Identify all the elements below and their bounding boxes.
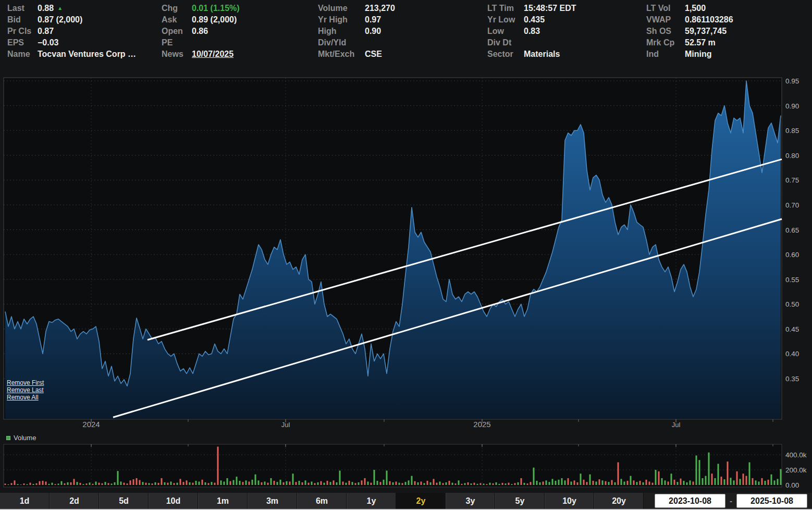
svg-text:0.55: 0.55 [785, 276, 799, 284]
news-date-link[interactable]: 10/07/2025 [192, 50, 233, 59]
quote-row-yrlow: Yr Low 0.435 [487, 14, 576, 26]
last-value: 0.88 [38, 4, 54, 13]
quote-row-mktexch: Mkt/Exch CSE [318, 48, 395, 60]
quote-row-prcls: Pr Cls 0.87 [7, 26, 136, 37]
date-separator: - [730, 496, 732, 505]
svg-text:200.0k: 200.0k [785, 466, 807, 474]
mktexch-label: Mkt/Exch [318, 50, 365, 59]
eps-label: EPS [7, 38, 38, 47]
quote-row-name: Name Tocvan Ventures Corp … [7, 48, 136, 60]
range-button-1m[interactable]: 1m [198, 493, 248, 509]
range-button-2d[interactable]: 2d [50, 493, 99, 509]
range-button-5d[interactable]: 5d [99, 493, 149, 509]
range-button-6m[interactable]: 6m [297, 493, 347, 509]
range-button-10y[interactable]: 10y [545, 493, 594, 509]
quote-row-divyld: Div/Yld [318, 37, 395, 48]
chart-canvas[interactable]: 0.950.900.850.800.750.700.650.600.550.50… [0, 0, 812, 492]
volume-label: Volume [318, 4, 365, 13]
range-button-5y[interactable]: 5y [495, 493, 545, 509]
volume-legend-swatch-icon [6, 436, 10, 440]
quote-row-high: High 0.90 [318, 26, 395, 37]
quote-row-lttim: LT Tim 15:48:57 EDT [487, 3, 576, 14]
volume-legend-label: Volume [14, 434, 36, 442]
svg-text:0.95: 0.95 [785, 77, 799, 85]
bid-value: 0.87 (2,000) [38, 15, 82, 25]
svg-text:0.85: 0.85 [785, 127, 799, 135]
range-button-20y[interactable]: 20y [594, 493, 644, 509]
remove-last-link[interactable]: Remove Last [7, 386, 44, 394]
range-button-1d[interactable]: 1d [0, 493, 50, 509]
trading-app-window: 0.950.900.850.800.750.700.650.600.550.50… [0, 0, 812, 510]
ltvol-label: LT Vol [646, 4, 685, 13]
mrkcp-label: Mrk Cp [646, 38, 685, 47]
quote-column-4: LT Tim 15:48:57 EDT Yr Low 0.435 Low 0.8… [487, 3, 576, 60]
ask-value: 0.89 (2,000) [192, 15, 237, 25]
vwap-label: VWAP [646, 15, 685, 25]
svg-text:0.40: 0.40 [785, 350, 799, 358]
quote-row-low: Low 0.83 [487, 26, 576, 37]
high-value: 0.90 [365, 27, 381, 36]
quote-row-bid: Bid 0.87 (2,000) [7, 14, 136, 26]
quote-column-2: Chg 0.01 (1.15%) Ask 0.89 (2,000) Open 0… [162, 3, 240, 60]
quote-column-3: Volume 213,270 Yr High 0.97 High 0.90 Di… [318, 3, 395, 60]
range-toolbar: 1d 2d 5d 10d 1m 3m 6m 1y 2y 3y 5y 10y 20… [0, 493, 812, 509]
quote-row-sector: Sector Materials [487, 48, 576, 60]
quote-row-pe: PE [162, 37, 240, 48]
quote-row-mrkcp: Mrk Cp 52.57 m [646, 37, 733, 48]
svg-text:0.60: 0.60 [785, 251, 799, 259]
pe-label: PE [162, 38, 192, 47]
ltvol-value: 1,500 [685, 4, 706, 13]
range-button-2y[interactable]: 2y [396, 493, 446, 509]
remove-first-link[interactable]: Remove First [7, 379, 44, 386]
shos-value: 59,737,745 [685, 27, 727, 36]
svg-text:0.80: 0.80 [785, 152, 799, 160]
divdt-label: Div Dt [487, 38, 524, 47]
up-arrow-icon: ▲ [57, 6, 63, 11]
remove-all-link[interactable]: Remove All [7, 394, 44, 401]
prcls-label: Pr Cls [7, 27, 38, 36]
sector-label: Sector [487, 50, 524, 59]
divyld-label: Div/Yld [318, 38, 365, 47]
quote-row-yrhigh: Yr High 0.97 [318, 14, 395, 26]
quote-row-volume: Volume 213,270 [318, 3, 395, 14]
eps-value: −0.03 [38, 38, 58, 47]
range-button-10d[interactable]: 10d [149, 493, 198, 509]
high-label: High [318, 27, 365, 36]
quote-row-divdt: Div Dt [487, 37, 576, 48]
date-to-input[interactable] [736, 494, 807, 508]
svg-text:0.65: 0.65 [785, 226, 799, 234]
mktexch-value: CSE [365, 50, 382, 59]
sector-value: Materials [524, 50, 560, 59]
volume-value: 213,270 [365, 4, 395, 13]
quote-row-ask: Ask 0.89 (2,000) [162, 14, 240, 26]
quote-row-chg: Chg 0.01 (1.15%) [162, 3, 240, 14]
quote-column-1: Last 0.88 ▲ Bid 0.87 (2,000) Pr Cls 0.87… [7, 3, 136, 60]
quote-row-news: News 10/07/2025 [162, 48, 240, 60]
range-button-3y[interactable]: 3y [446, 493, 495, 509]
quote-row-ind: Ind Mining [646, 48, 733, 60]
svg-text:2025: 2025 [473, 420, 490, 429]
svg-text:2024: 2024 [82, 420, 100, 429]
range-button-3m[interactable]: 3m [248, 493, 297, 509]
quote-row-open: Open 0.86 [162, 26, 240, 37]
vwap-value: 0.861103286 [685, 15, 733, 25]
lttim-label: LT Tim [487, 4, 524, 13]
range-button-1y[interactable]: 1y [347, 493, 396, 509]
yrhigh-value: 0.97 [365, 15, 381, 25]
low-label: Low [487, 27, 524, 36]
low-value: 0.83 [524, 27, 540, 36]
remove-links-group: Remove First Remove Last Remove All [7, 379, 44, 401]
name-label: Name [7, 50, 38, 59]
quote-column-5: LT Vol 1,500 VWAP 0.861103286 Sh OS 59,7… [646, 3, 733, 60]
quote-row-vwap: VWAP 0.861103286 [646, 14, 733, 26]
svg-text:0.75: 0.75 [785, 176, 799, 184]
quote-row-eps: EPS −0.03 [7, 37, 136, 48]
date-from-input[interactable] [655, 494, 725, 508]
name-value: Tocvan Ventures Corp … [38, 50, 136, 59]
yrlow-label: Yr Low [487, 15, 524, 25]
date-range-group: - [655, 493, 812, 509]
quote-row-last: Last 0.88 ▲ [7, 3, 136, 14]
yrhigh-label: Yr High [318, 15, 365, 25]
shos-label: Sh OS [646, 27, 685, 36]
mrkcp-value: 52.57 m [685, 38, 716, 47]
